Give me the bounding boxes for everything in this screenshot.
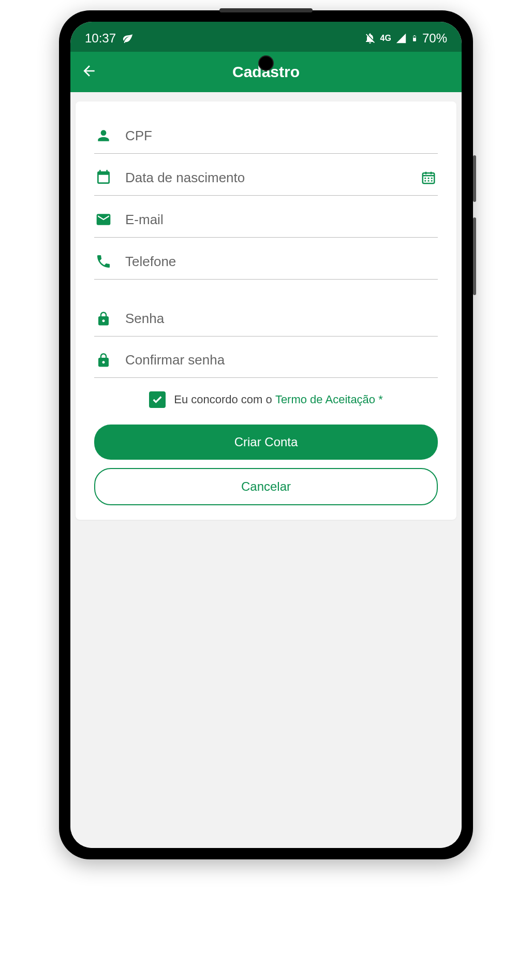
- person-icon: [94, 127, 113, 144]
- svg-rect-0: [413, 36, 416, 38]
- volume-up-button: [473, 155, 476, 202]
- birthdate-input[interactable]: [125, 170, 407, 186]
- phone-frame: 10:37 4G 70%: [59, 10, 473, 859]
- status-time: 10:37: [85, 31, 116, 46]
- confirm-password-field-row: [94, 337, 438, 378]
- mute-icon: [364, 32, 376, 45]
- lock-icon: [94, 311, 113, 327]
- cancel-button[interactable]: Cancelar: [94, 468, 438, 505]
- screen: 10:37 4G 70%: [70, 22, 462, 848]
- camera-hole: [258, 55, 274, 71]
- terms-link[interactable]: Termo de Aceitação *: [275, 393, 383, 406]
- password-input[interactable]: [125, 311, 438, 327]
- battery-label: 70%: [422, 31, 447, 46]
- back-button[interactable]: [81, 63, 97, 81]
- create-account-button[interactable]: Criar Conta: [94, 425, 438, 460]
- email-input[interactable]: [125, 212, 438, 228]
- cpf-field-row: [94, 112, 438, 154]
- status-bar: 10:37 4G 70%: [70, 22, 462, 52]
- signal-icon: [395, 33, 407, 44]
- cpf-input[interactable]: [125, 128, 438, 144]
- email-icon: [94, 211, 113, 228]
- birthdate-field-row: [94, 154, 438, 196]
- password-field-row: [94, 295, 438, 337]
- lock-icon: [94, 353, 113, 368]
- status-left: 10:37: [85, 31, 134, 46]
- section-gap: [94, 280, 438, 295]
- email-field-row: [94, 196, 438, 238]
- phone-icon: [94, 253, 113, 270]
- phone-field-row: [94, 238, 438, 280]
- status-right: 4G 70%: [364, 31, 447, 46]
- form-card: Eu concordo com o Termo de Aceitação * C…: [76, 101, 456, 520]
- terms-text: Eu concordo com o Termo de Aceitação *: [174, 393, 383, 406]
- phone-input[interactable]: [125, 254, 438, 270]
- confirm-password-input[interactable]: [125, 352, 438, 368]
- calendar-icon: [94, 169, 113, 186]
- network-label: 4G: [380, 34, 391, 43]
- terms-prefix: Eu concordo com o: [174, 393, 275, 406]
- leaf-icon: [122, 33, 134, 44]
- content: Eu concordo com o Termo de Aceitação * C…: [70, 92, 462, 848]
- terms-row: Eu concordo com o Termo de Aceitação *: [94, 378, 438, 419]
- volume-down-button: [473, 217, 476, 295]
- date-picker-button[interactable]: [419, 170, 438, 185]
- battery-icon: [411, 32, 418, 45]
- terms-checkbox[interactable]: [149, 391, 166, 408]
